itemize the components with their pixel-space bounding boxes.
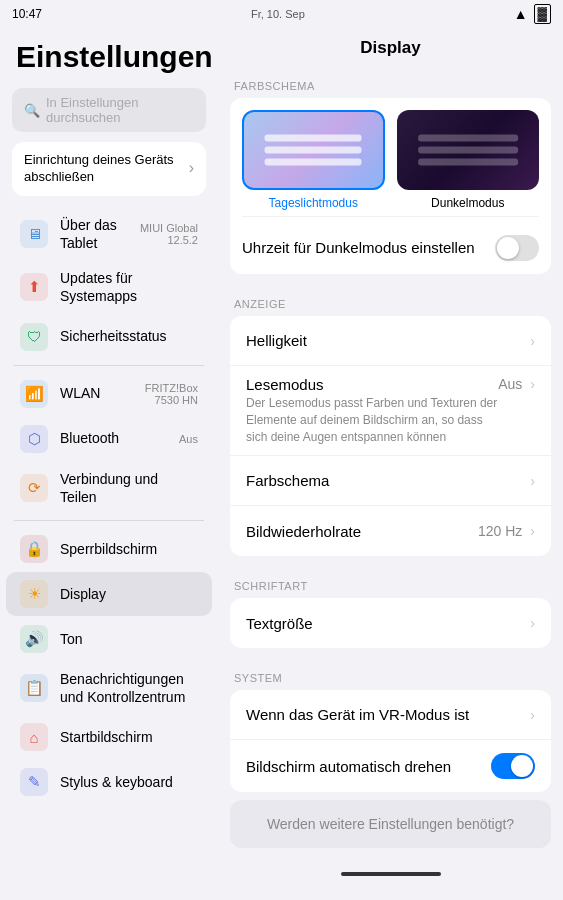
drehen-row[interactable]: Bildschirm automatisch drehen [230,740,551,792]
sidebar-divider [14,365,204,366]
display-text: Display [60,585,198,603]
sidebar-item-security[interactable]: 🛡 Sicherheitsstatus [6,315,212,359]
search-bar[interactable]: 🔍 In Einstellungen durchsuchen [12,88,206,132]
scheme-lines-dark [418,135,518,166]
setup-banner-chevron: › [189,158,194,179]
sidebar-item-bluetooth[interactable]: ⬡ Bluetooth Aus [6,417,212,461]
tablet-value: MIUI Global12.5.2 [140,222,198,246]
scheme-line [265,159,362,166]
sidebar-item-stylus[interactable]: ✎ Stylus & keyboard [6,760,212,804]
toggle-knob-drehen [511,755,533,777]
stylus-label: Stylus & keyboard [60,773,198,791]
ton-text: Ton [60,630,198,648]
tablet-icon: 🖥 [20,220,48,248]
bluetooth-value: Aus [179,433,198,445]
gap [218,276,563,284]
scheme-light[interactable]: Tageslichtmodus [242,110,385,210]
color-scheme-row: Tageslichtmodus Dunkelmodus [242,110,539,216]
dunkelmodus-toggle[interactable] [495,235,539,261]
farbschema-label: Farbschema [246,472,526,489]
bildwiederholrate-row[interactable]: Bildwiederholrate 120 Hz › [230,506,551,556]
dunkelmodus-toggle-label: Uhrzeit für Dunkelmodus einstellen [242,239,495,256]
ton-label: Ton [60,630,198,648]
bluetooth-text: Bluetooth [60,429,167,447]
wlan-icon: 📶 [20,380,48,408]
wlan-label: WLAN [60,384,133,402]
security-label: Sicherheitsstatus [60,327,198,345]
sidebar-items-list: 🖥 Über dasTablet MIUI Global12.5.2 ⬆ Upd… [0,208,218,805]
connection-icon: ⟳ [20,474,48,502]
sidebar-item-notifications[interactable]: 📋 Benachrichtigungenund Kontrollzentrum [6,662,212,714]
setup-banner[interactable]: Einrichtung deines Geräts abschließen › [12,142,206,196]
stylus-icon: ✎ [20,768,48,796]
section-label-system: SYSTEM [218,658,563,690]
drehen-label: Bildschirm automatisch drehen [246,758,491,775]
drehen-toggle[interactable] [491,753,535,779]
scheme-preview-dark [397,110,540,190]
security-text: Sicherheitsstatus [60,327,198,345]
scheme-line [418,147,518,154]
sidebar-item-ton[interactable]: 🔊 Ton [6,617,212,661]
lock-text: Sperrbildschirm [60,540,198,558]
homescreen-icon: ⌂ [20,723,48,751]
sidebar-item-display[interactable]: ☀ Display [6,572,212,616]
farbschema-card: Tageslichtmodus Dunkelmodus Uhrzeit für … [230,98,551,274]
vr-label: Wenn das Gerät im VR-Modus ist [246,706,526,723]
scheme-line [418,159,518,166]
gap [218,558,563,566]
lock-icon: 🔒 [20,535,48,563]
tablet-text: Über dasTablet [60,216,128,252]
sidebar-item-wlan[interactable]: 📶 WLAN FRITZ!Box7530 HN [6,372,212,416]
toggle-knob [497,237,519,259]
sidebar-item-updates[interactable]: ⬆ Updates fürSystemapps [6,261,212,313]
dunkelmodus-toggle-row: Uhrzeit für Dunkelmodus einstellen [242,216,539,266]
connection-text: Verbindung und Teilen [60,470,198,506]
updates-icon: ⬆ [20,273,48,301]
notifications-icon: 📋 [20,674,48,702]
status-time: 10:47 [12,7,42,21]
status-date: Fr, 10. Sep [251,8,305,20]
scheme-dark[interactable]: Dunkelmodus [397,110,540,210]
home-indicator [218,860,563,880]
helligkeit-label: Helligkeit [246,332,526,349]
lesemodus-row[interactable]: Lesemodus Der Lesemodus passt Farben und… [230,366,551,456]
sidebar-item-lock[interactable]: 🔒 Sperrbildschirm [6,527,212,571]
bildwiederholrate-label: Bildwiederholrate [246,523,478,540]
home-bar [341,872,441,876]
sidebar-item-connection[interactable]: ⟳ Verbindung und Teilen [6,462,212,514]
status-bar: 10:47 Fr, 10. Sep ▲ ▓ [0,0,563,28]
stylus-text: Stylus & keyboard [60,773,198,791]
wlan-value: FRITZ!Box7530 HN [145,382,198,406]
helligkeit-row[interactable]: Helligkeit › [230,316,551,366]
updates-label: Updates fürSystemapps [60,269,198,305]
sidebar-divider [14,520,204,521]
sidebar-item-tablet[interactable]: 🖥 Über dasTablet MIUI Global12.5.2 [6,208,212,260]
system-card: Wenn das Gerät im VR-Modus ist › Bildsch… [230,690,551,792]
farbschema-chevron: › [530,473,535,489]
sidebar-item-homescreen[interactable]: ⌂ Startbildschirm [6,715,212,759]
lesemodus-chevron: › [530,376,535,392]
notifications-text: Benachrichtigungenund Kontrollzentrum [60,670,198,706]
vr-row[interactable]: Wenn das Gerät im VR-Modus ist › [230,690,551,740]
textgroesse-label: Textgröße [246,615,526,632]
lesemodus-label: Lesemodus [246,376,498,393]
setup-banner-text: Einrichtung deines Geräts abschließen [24,152,184,186]
display-icon: ☀ [20,580,48,608]
wifi-icon: ▲ [514,6,528,22]
scheme-label-light: Tageslichtmodus [269,196,358,210]
scheme-lines-light [265,135,362,166]
vr-chevron: › [530,707,535,723]
farbschema-row[interactable]: Farbschema › [230,456,551,506]
scheme-line [265,135,362,142]
textgroesse-row[interactable]: Textgröße › [230,598,551,648]
status-right-icons: ▲ ▓ [514,4,551,24]
ton-icon: 🔊 [20,625,48,653]
search-icon: 🔍 [24,103,40,118]
lesemodus-content: Lesemodus Der Lesemodus passt Farben und… [246,376,498,445]
helligkeit-chevron: › [530,333,535,349]
textgroesse-chevron: › [530,615,535,631]
lock-label: Sperrbildschirm [60,540,198,558]
schriftart-card: Textgröße › [230,598,551,648]
homescreen-text: Startbildschirm [60,728,198,746]
gap [218,650,563,658]
